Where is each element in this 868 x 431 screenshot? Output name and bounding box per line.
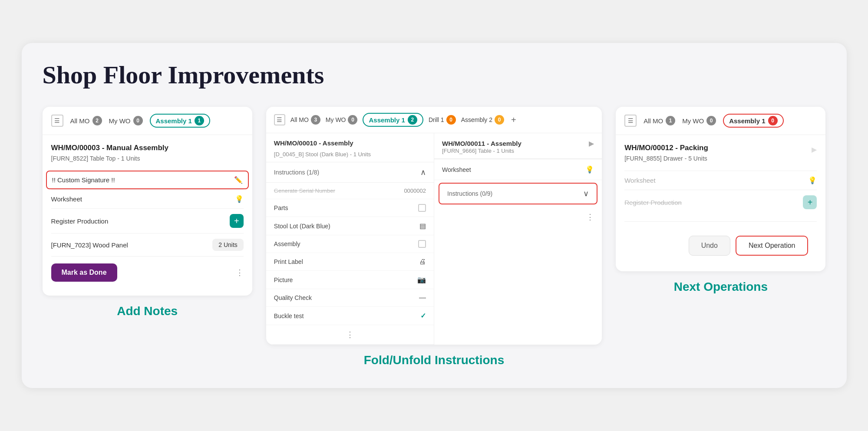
all-mo-badge: 2 [92, 116, 102, 125]
wo-sub-3: [FURN_8855] Drawer - 5 Units [624, 155, 817, 162]
generate-sn-label: Generate Serial Number [274, 188, 335, 194]
panel2-all-mo: All MO 3 [290, 115, 320, 125]
custom-sig-row[interactable]: !! Custom Signature !! ✏️ [46, 171, 249, 189]
panel2-section-label: Fold/Unfold Instructions [364, 353, 505, 367]
wo-sub-1: [FURN_8522] Table Top - 1 Units [51, 155, 244, 162]
bulb-icon-1: 💡 [235, 195, 244, 203]
register-prod-row-3[interactable]: Register Production + [624, 190, 817, 214]
p2-assembly2-label: Assembly 2 [461, 116, 492, 123]
p2-drill-badge: 0 [446, 115, 456, 125]
panel3-menu-icon[interactable]: ☰ [624, 115, 637, 127]
panel2-menu-icon[interactable]: ☰ [274, 114, 285, 125]
panel2-wrapper: ☰ All MO 3 My WO 0 Assembly 1 2 [266, 107, 602, 367]
instr-item-picture[interactable]: Picture 📷 [266, 271, 434, 289]
p2-all-mo-badge: 3 [311, 115, 320, 125]
bulb-icon-right: 💡 [585, 165, 594, 174]
all-mo-label: All MO [70, 117, 90, 125]
worksheet-row-right[interactable]: Worksheet 💡 [434, 159, 602, 180]
panel3-assembly-tab[interactable]: Assembly 1 0 [723, 114, 783, 128]
wood-panel-units-btn[interactable]: 2 Units [212, 239, 244, 251]
worksheet-row-1[interactable]: Worksheet 💡 [51, 189, 244, 208]
panel1-assembly-tab[interactable]: Assembly 1 1 [150, 114, 210, 128]
instr-item-parts[interactable]: Parts [266, 199, 434, 217]
print-label: Print Label [274, 258, 303, 265]
register-prod-label-3: Register Production [624, 199, 682, 206]
camera-icon: 📷 [417, 276, 426, 284]
edit-icon: ✏️ [234, 176, 243, 184]
instr-item-quality[interactable]: Quality Check — [266, 289, 434, 307]
bulb-icon-3: 💡 [808, 176, 817, 184]
instr-item-stool-lot[interactable]: Stool Lot (Dark Blue) ▤ [266, 217, 434, 235]
wood-panel-row[interactable]: [FURN_7023] Wood Panel 2 Units [51, 233, 244, 256]
p2-all-mo-label: All MO [290, 116, 309, 123]
instructions-label-left: Instructions (1/8) [274, 169, 319, 176]
p3-my-wo-label: My WO [682, 117, 704, 125]
panel3-section-label: Next Operations [674, 280, 768, 294]
page-title: Shop Floor Improvements [43, 60, 826, 89]
wo-title-3: WH/MO/00012 - Packing [624, 144, 708, 152]
wood-panel-label: [FURN_7023] Wood Panel [51, 241, 128, 249]
split-right: WH/MO/00011 - Assembly ▶ [FURN_9666] Tab… [434, 133, 602, 345]
instr-item-0: Generate Serial Number 0000002 [266, 183, 434, 199]
panel1-body: WH/MO/00003 - Manual Assembly [FURN_8522… [43, 135, 252, 296]
assembly-tab-badge: 1 [195, 116, 204, 125]
panel2-drill: Drill 1 0 [429, 115, 456, 125]
instructions-header-left[interactable]: Instructions (1/8) ∧ [266, 162, 434, 183]
wo-title-1: WH/MO/00003 - Manual Assembly [51, 144, 244, 152]
panel1-my-wo: My WO 0 [109, 116, 143, 125]
p2-my-wo-badge: 0 [348, 115, 357, 125]
main-container: Shop Floor Improvements ☰ All MO 2 My WO… [22, 43, 847, 388]
p2-assembly-badge: 2 [408, 115, 417, 125]
panel2-topbar: ☰ All MO 3 My WO 0 Assembly 1 2 [266, 107, 602, 133]
my-wo-badge: 0 [133, 116, 143, 125]
panel3-topbar: ☰ All MO 1 My WO 0 Assembly 1 0 [616, 107, 825, 135]
panel1-menu-icon[interactable]: ☰ [51, 115, 63, 127]
panel3-my-wo: My WO 0 [682, 116, 716, 125]
chevron-up-icon: ∧ [420, 168, 426, 177]
more-icon-right[interactable]: ⋮ [586, 212, 594, 222]
p3-assembly-badge: 0 [768, 116, 778, 125]
panel1-section-label: Add Notes [117, 304, 178, 318]
more-icon-1[interactable]: ⋮ [236, 268, 244, 277]
worksheet-row-3[interactable]: Worksheet 💡 [624, 171, 817, 190]
p3-my-wo-badge: 0 [706, 116, 716, 125]
bars-icon: ▤ [419, 222, 426, 230]
instr-item-buckle[interactable]: Buckle test ✓ [266, 307, 434, 325]
instr-item-more[interactable]: ⋮ [266, 325, 434, 345]
panels-row: ☰ All MO 2 My WO 0 Assembly 1 1 [43, 107, 826, 367]
checkbox-icon-parts [418, 204, 426, 212]
p2-assembly2-badge: 0 [495, 115, 504, 125]
panel1-wrapper: ☰ All MO 2 My WO 0 Assembly 1 1 [43, 107, 252, 318]
instr-item-print[interactable]: Print Label 🖨 [266, 253, 434, 271]
p3-all-mo-label: All MO [644, 117, 663, 125]
register-prod-row-1[interactable]: Register Production + [51, 208, 244, 233]
more-icon-bottom[interactable]: ⋮ [346, 330, 354, 339]
p3-all-mo-badge: 1 [666, 116, 675, 125]
mark-as-done-btn[interactable]: Mark as Done [51, 263, 117, 282]
p3-arrow-right: ▶ [812, 145, 817, 154]
panel2-assembly2: Assembly 2 0 [461, 115, 504, 125]
split-panel: WH/MO/00010 - Assembly [D_0045_B] Stool … [266, 133, 602, 345]
instructions-header-right[interactable]: Instructions (0/9) ∨ [439, 183, 597, 204]
wo-sub-left: [D_0045_B] Stool (Dark Blue) - 1 Units [266, 151, 434, 162]
register-prod-plus-btn[interactable]: + [230, 214, 244, 228]
undo-btn[interactable]: Undo [689, 236, 730, 256]
instr-item-assembly[interactable]: Assembly [266, 235, 434, 253]
add-tab-btn[interactable]: + [509, 115, 518, 125]
panel3-wrapper: ☰ All MO 1 My WO 0 Assembly 1 0 [616, 107, 825, 294]
worksheet-label-right: Worksheet [442, 166, 471, 173]
my-wo-label: My WO [109, 117, 131, 125]
stool-lot-label: Stool Lot (Dark Blue) [274, 223, 330, 230]
buckle-test-label: Buckle test [274, 313, 304, 319]
action-row-3: Undo Next Operation [624, 229, 817, 263]
next-operation-btn[interactable]: Next Operation [736, 236, 809, 256]
mark-done-row: Mark as Done ⋮ [51, 256, 244, 287]
panel2: ☰ All MO 3 My WO 0 Assembly 1 2 [266, 107, 602, 345]
panel3: ☰ All MO 1 My WO 0 Assembly 1 0 [616, 107, 825, 271]
register-prod-plus-btn-3[interactable]: + [803, 195, 817, 209]
arrow-right-icon: ▶ [589, 139, 594, 148]
wo-title-left: WH/MO/00010 - Assembly [266, 133, 434, 151]
worksheet-label-1: Worksheet [51, 195, 82, 203]
panel2-assembly-tab[interactable]: Assembly 1 2 [363, 113, 423, 127]
wo-sub-right: [FURN_9666] Table - 1 Units [434, 148, 602, 159]
